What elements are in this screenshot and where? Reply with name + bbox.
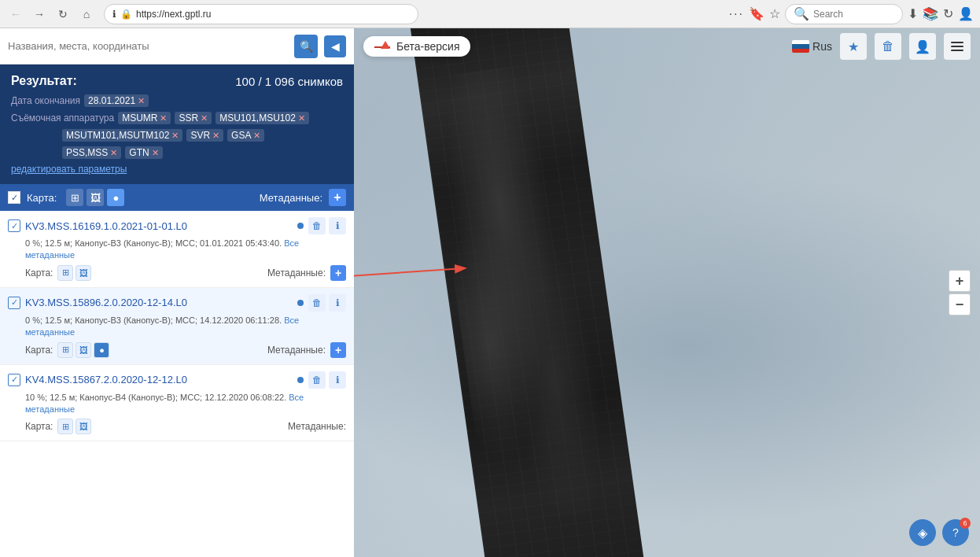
layers-icon: ◈ [918,526,927,540]
beta-logo-icon [374,41,390,52]
cart-button[interactable]: 🗑 [875,33,901,60]
refresh-button[interactable]: ↻ [53,5,72,24]
tag-gtn: GTN ✕ [125,146,162,159]
tag-label: MSUMR [122,113,157,124]
item-delete-button[interactable]: 🗑 [308,371,326,389]
back-button[interactable]: ← [6,5,25,24]
lock-icon: 🔒 [120,9,132,20]
sub-image-icon[interactable]: 🖼 [76,265,91,281]
image-view-button[interactable]: 🖼 [87,189,104,206]
item-actions: 🗑 ℹ [308,217,346,234]
item-checkbox[interactable]: ✓ [8,297,20,309]
more-button[interactable]: ··· [729,7,744,21]
remove-date-button[interactable]: ✕ [138,96,145,106]
url-text: https://next.gptl.ru [136,9,211,20]
tag-msumr: MSUMR ✕ [118,112,171,124]
tag-label: SSR [179,113,198,124]
item-meta-text: 0 %; 12.5 м; Канопус-В3 (Канопус-В); МСС… [25,315,282,325]
tag-msu101: MSU101,MSU102 ✕ [216,112,309,124]
tag-label: MSUTM101,MSUTM102 [66,130,169,141]
library-icon[interactable]: 📚 [923,6,938,21]
sub-image-icon[interactable]: 🖼 [76,342,91,358]
remove-tag-button[interactable]: ✕ [110,148,117,158]
zoom-out-button[interactable]: − [949,293,971,315]
sub-grid-icon[interactable]: ⊞ [57,265,73,281]
layers-button[interactable]: ◈ [909,519,936,546]
tag-label: SVR [190,130,210,141]
item-header: ✓ KV4.MSS.15867.2.0.2020-12-12.L0 🗑 ℹ [8,371,346,389]
bookmark-icon[interactable]: 🔖 [749,6,764,21]
date-tag: 28.01.2021 ✕ [84,94,149,107]
zoom-in-button[interactable]: + [949,270,971,292]
remove-tag-button[interactable]: ✕ [253,131,260,141]
bottom-controls: ◈ ? 6 [909,519,969,546]
item-actions: 🗑 ℹ [308,371,346,389]
tag-gsa: GSA ✕ [227,129,264,142]
download-icon[interactable]: ⬇ [908,6,918,21]
remove-tag-button[interactable]: ✕ [212,131,219,141]
main-toolbar-row: ✓ Карта: ⊞ 🖼 ● Метаданные: + [0,184,354,211]
map-view-icons: ⊞ 🖼 ● [66,189,124,206]
map-controls: + − [949,270,971,315]
notifications-badge: 6 [960,518,971,529]
favorites-button[interactable]: ★ [840,33,867,60]
edit-params-link[interactable]: редактировать параметры [11,164,343,175]
camera-filter-row: Съёмочная аппаратура MSUMR ✕ SSR ✕ MSU10… [11,112,343,124]
beta-badge: Бета-версия [363,36,470,57]
profile-icon[interactable]: 👤 [958,6,974,21]
sub-grid-icon[interactable]: ⊞ [57,342,73,358]
sub-meta-add-button[interactable]: + [330,342,346,358]
lang-label: Rus [812,40,832,53]
remove-tag-button[interactable]: ✕ [298,113,305,124]
collapse-panel-button[interactable]: ◀ [324,35,346,57]
sub-view-icons: ⊞ 🖼 ● [57,342,109,358]
camera-label: Съёмочная аппаратура [11,113,114,124]
sub-grid-icon[interactable]: ⊞ [57,419,73,434]
select-all-checkbox[interactable]: ✓ [8,191,20,204]
grid-view-button[interactable]: ⊞ [66,189,83,206]
location-search-input[interactable] [8,40,288,52]
sub-circle-icon[interactable]: ● [94,342,109,358]
sub-meta-add-button[interactable]: + [330,265,346,281]
item-meta-text: 0 %; 12.5 м; Канопус-В3 (Канопус-В); МСС… [25,238,282,248]
tag-svr: SVR ✕ [186,129,223,142]
item-info-button[interactable]: ℹ [329,371,346,389]
tag-label: GSA [231,130,251,141]
remove-tag-button[interactable]: ✕ [201,113,208,124]
browser-search-box[interactable]: 🔍 [785,4,903,24]
forward-button[interactable]: → [30,5,49,24]
browser-search-input[interactable] [813,9,892,20]
star-icon[interactable]: ☆ [769,6,780,21]
home-button[interactable]: ⌂ [77,5,96,24]
profile-button[interactable]: 👤 [909,33,936,60]
browser-toolbar: ··· 🔖 ☆ 🔍 ⬇ 📚 ↻ 👤 [729,4,974,24]
meta-add-button[interactable]: + [329,189,346,206]
remove-tag-button[interactable]: ✕ [160,113,167,124]
remove-tag-button[interactable]: ✕ [152,148,159,158]
item-meta-text: 10 %; 12.5 м; Канопус-В4 (Канопус-В); МС… [25,393,286,402]
search-button[interactable]: 🔍 [294,35,318,58]
item-delete-button[interactable]: 🗑 [308,294,326,312]
map-label: Карта: [27,192,57,204]
item-info-button[interactable]: ℹ [329,294,346,312]
item-delete-button[interactable]: 🗑 [308,217,326,234]
date-filter-row: Дата окончания 28.01.2021 ✕ [11,94,343,107]
sync-icon[interactable]: ↻ [943,6,953,21]
items-list: ✓ KV3.MSS.16169.1.0.2021-01-01.L0 🗑 ℹ 0 … [0,211,354,557]
sub-meta-label: Метаданные: [288,421,346,432]
remove-tag-button[interactable]: ✕ [171,131,179,141]
item-checkbox[interactable]: ✓ [8,374,20,386]
results-title: Результат: [11,74,77,88]
list-item: ✓ KV4.MSS.15867.2.0.2020-12-12.L0 🗑 ℹ 10… [0,365,354,442]
item-info-button[interactable]: ℹ [329,217,346,234]
sub-image-icon[interactable]: 🖼 [76,419,91,434]
item-checkbox[interactable]: ✓ [8,219,20,232]
language-button[interactable]: Rus [792,40,832,53]
circle-view-button[interactable]: ● [107,189,124,206]
address-bar[interactable]: ℹ 🔒 https://next.gptl.ru [104,4,418,24]
left-panel: 🔍 ◀ Результат: 100 / 1 096 снимков Дата … [0,28,354,557]
menu-button[interactable] [944,33,971,60]
menu-icon [951,50,963,51]
date-label: Дата окончания [11,95,80,106]
notifications-button[interactable]: ? 6 [942,519,969,546]
